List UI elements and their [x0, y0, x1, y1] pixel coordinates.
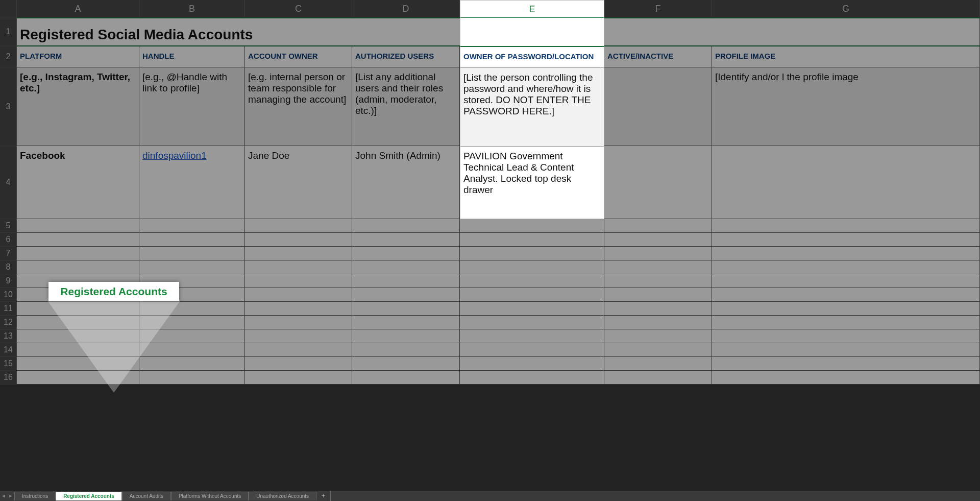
instr-profile-image[interactable]: [Identify and/or l the profile image	[712, 67, 980, 146]
cell-D9[interactable]	[352, 274, 460, 288]
cell-F10[interactable]	[604, 288, 712, 302]
cell-C14[interactable]	[245, 343, 352, 357]
cell-D14[interactable]	[352, 343, 460, 357]
tab-nav-left-icon[interactable]: ◄	[0, 493, 7, 498]
cell-D5[interactable]	[352, 219, 460, 233]
cell-C6[interactable]	[245, 233, 352, 247]
data-handle[interactable]: dinfospavilion1	[139, 146, 245, 219]
handle-link[interactable]: dinfospavilion1	[142, 150, 207, 161]
row-number-10[interactable]: 10	[0, 288, 17, 302]
cell-C15[interactable]	[245, 357, 352, 371]
col-header-C[interactable]: C	[245, 0, 352, 17]
cell-G12[interactable]	[712, 316, 980, 329]
header-account-owner[interactable]: ACCOUNT OWNER	[245, 46, 352, 67]
select-all-corner[interactable]	[0, 0, 17, 17]
cell-G5[interactable]	[712, 219, 980, 233]
col-header-B[interactable]: B	[139, 0, 245, 17]
cell-F8[interactable]	[604, 260, 712, 274]
row-number-14[interactable]: 14	[0, 343, 17, 357]
cell-C7[interactable]	[245, 247, 352, 260]
col-header-G[interactable]: G	[712, 0, 980, 17]
row-number-3[interactable]: 3	[0, 67, 17, 146]
cell-D16[interactable]	[352, 371, 460, 385]
cell-D12[interactable]	[352, 316, 460, 329]
cell-G14[interactable]	[712, 343, 980, 357]
cell-B7[interactable]	[139, 247, 245, 260]
sheet-tab-instructions[interactable]: Instructions	[14, 492, 56, 500]
cell-F5[interactable]	[604, 219, 712, 233]
sheet-tab-platforms-without-accounts[interactable]: Platforms Without Accounts	[171, 492, 249, 500]
cell-G11[interactable]	[712, 302, 980, 316]
instr-owner[interactable]: [e.g. internal person or team responsibl…	[245, 67, 352, 146]
cell-A5[interactable]	[17, 219, 139, 233]
cell-G15[interactable]	[712, 357, 980, 371]
cell-C10[interactable]	[245, 288, 352, 302]
row-number-1[interactable]: 1	[0, 17, 17, 46]
cell-E8[interactable]	[460, 260, 604, 274]
row-number-4[interactable]: 4	[0, 146, 17, 219]
data-profile-image[interactable]	[712, 146, 980, 219]
header-active-inactive[interactable]: ACTIVE/INACTIVE	[604, 46, 712, 67]
cell-D8[interactable]	[352, 260, 460, 274]
instr-handle[interactable]: [e.g., @Handle with link to profile]	[139, 67, 245, 146]
cell-E6[interactable]	[460, 233, 604, 247]
row-number-6[interactable]: 6	[0, 233, 17, 247]
instr-auth-users[interactable]: [List any additional users and their rol…	[352, 67, 460, 146]
data-auth-users[interactable]: John Smith (Admin)	[352, 146, 460, 219]
row-number-12[interactable]: 12	[0, 316, 17, 329]
cell-C5[interactable]	[245, 219, 352, 233]
cell-G16[interactable]	[712, 371, 980, 385]
cell-G7[interactable]	[712, 247, 980, 260]
cell-F6[interactable]	[604, 233, 712, 247]
col-header-F[interactable]: F	[604, 0, 712, 17]
cell-F9[interactable]	[604, 274, 712, 288]
data-platform[interactable]: Facebook	[17, 146, 139, 219]
cell-C8[interactable]	[245, 260, 352, 274]
cell-G6[interactable]	[712, 233, 980, 247]
cell-E10[interactable]	[460, 288, 604, 302]
sheet-tab-unauthorized-accounts[interactable]: Unauthorized Accounts	[249, 492, 316, 500]
cell-C11[interactable]	[245, 302, 352, 316]
header-handle[interactable]: HANDLE	[139, 46, 245, 67]
sheet-tab-account-audits[interactable]: Account Audits	[122, 492, 171, 500]
sheet-tab-registered-accounts[interactable]: Registered Accounts	[56, 492, 122, 500]
cell-E9[interactable]	[460, 274, 604, 288]
cell-C12[interactable]	[245, 316, 352, 329]
cell-B5[interactable]	[139, 219, 245, 233]
cell-E16[interactable]	[460, 371, 604, 385]
cell-B6[interactable]	[139, 233, 245, 247]
cell-F15[interactable]	[604, 357, 712, 371]
cell-C9[interactable]	[245, 274, 352, 288]
instr-platform[interactable]: [e.g., Instagram, Twitter, etc.]	[17, 67, 139, 146]
cell-E5[interactable]	[460, 219, 604, 233]
cell-F16[interactable]	[604, 371, 712, 385]
data-owner[interactable]: Jane Doe	[245, 146, 352, 219]
cell-D7[interactable]	[352, 247, 460, 260]
cell-E14[interactable]	[460, 343, 604, 357]
data-active[interactable]	[604, 146, 712, 219]
header-platform[interactable]: PLATFORM	[17, 46, 139, 67]
cell-E12[interactable]	[460, 316, 604, 329]
cell-E7[interactable]	[460, 247, 604, 260]
cell-D13[interactable]	[352, 329, 460, 343]
cell-G13[interactable]	[712, 329, 980, 343]
header-authorized-users[interactable]: AUTHORIZED USERS	[352, 46, 460, 67]
cell-G8[interactable]	[712, 260, 980, 274]
cell-B8[interactable]	[139, 260, 245, 274]
instr-active[interactable]	[604, 67, 712, 146]
cell-D6[interactable]	[352, 233, 460, 247]
row-number-8[interactable]: 8	[0, 260, 17, 274]
tab-nav-right-icon[interactable]: ►	[7, 493, 14, 498]
cell-G9[interactable]	[712, 274, 980, 288]
cell-D11[interactable]	[352, 302, 460, 316]
cell-D15[interactable]	[352, 357, 460, 371]
header-profile-image[interactable]: PROFILE IMAGE	[712, 46, 980, 67]
row-number-2[interactable]: 2	[0, 46, 17, 67]
row-number-11[interactable]: 11	[0, 302, 17, 316]
cell-E15[interactable]	[460, 357, 604, 371]
row-number-5[interactable]: 5	[0, 219, 17, 233]
cell-C13[interactable]	[245, 329, 352, 343]
cell-C16[interactable]	[245, 371, 352, 385]
cell-A6[interactable]	[17, 233, 139, 247]
cell-E11[interactable]	[460, 302, 604, 316]
